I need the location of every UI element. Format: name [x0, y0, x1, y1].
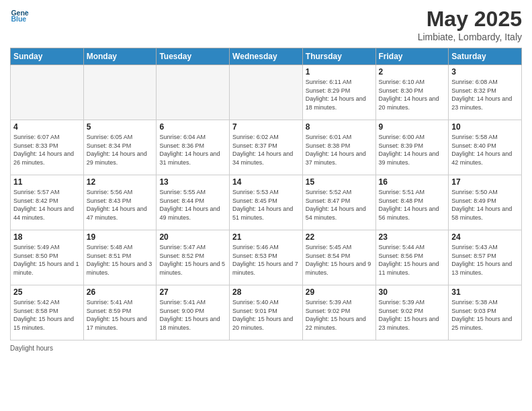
day-number: 12 — [87, 177, 154, 187]
day-info: Sunrise: 6:02 AM Sunset: 8:37 PM Dayligh… — [232, 133, 300, 167]
day-info: Sunrise: 5:47 AM Sunset: 8:52 PM Dayligh… — [159, 243, 226, 277]
calendar-day-cell: 24Sunrise: 5:43 AM Sunset: 8:57 PM Dayli… — [449, 230, 522, 285]
calendar-day-cell: 15Sunrise: 5:52 AM Sunset: 8:47 PM Dayli… — [302, 175, 375, 230]
calendar-day-cell: 3Sunrise: 6:08 AM Sunset: 8:32 PM Daylig… — [449, 65, 522, 120]
day-info: Sunrise: 6:11 AM Sunset: 8:29 PM Dayligh… — [306, 78, 373, 111]
day-number: 19 — [87, 232, 154, 242]
day-number: 7 — [232, 122, 300, 132]
calendar-day-header: Saturday — [449, 48, 522, 65]
day-info: Sunrise: 6:01 AM Sunset: 8:38 PM Dayligh… — [306, 133, 373, 167]
calendar-week-row: 25Sunrise: 5:42 AM Sunset: 8:58 PM Dayli… — [11, 285, 522, 340]
calendar-day-cell: 6Sunrise: 6:04 AM Sunset: 8:36 PM Daylig… — [157, 120, 230, 175]
day-number: 20 — [159, 232, 226, 242]
title-block: May 2025 Limbiate, Lombardy, Italy — [418, 7, 522, 42]
calendar-day-cell: 9Sunrise: 6:00 AM Sunset: 8:39 PM Daylig… — [375, 120, 449, 175]
logo: General Blue — [10, 7, 29, 26]
day-info: Sunrise: 5:45 AM Sunset: 8:54 PM Dayligh… — [306, 243, 373, 277]
calendar-day-header: Tuesday — [157, 48, 230, 65]
day-number: 4 — [13, 122, 81, 132]
calendar-day-cell: 14Sunrise: 5:53 AM Sunset: 8:45 PM Dayli… — [230, 175, 303, 230]
day-number: 10 — [451, 122, 519, 132]
calendar-week-row: 1Sunrise: 6:11 AM Sunset: 8:29 PM Daylig… — [11, 65, 522, 120]
day-number: 18 — [13, 232, 81, 242]
calendar-day-cell — [83, 65, 157, 120]
calendar-day-cell: 19Sunrise: 5:48 AM Sunset: 8:51 PM Dayli… — [83, 230, 157, 285]
day-number: 30 — [379, 287, 446, 297]
calendar-day-cell: 21Sunrise: 5:46 AM Sunset: 8:53 PM Dayli… — [230, 230, 303, 285]
location: Limbiate, Lombardy, Italy — [418, 32, 522, 42]
calendar-day-cell: 31Sunrise: 5:38 AM Sunset: 9:03 PM Dayli… — [449, 285, 522, 340]
day-number: 3 — [451, 67, 519, 77]
calendar-day-cell: 28Sunrise: 5:40 AM Sunset: 9:01 PM Dayli… — [230, 285, 303, 340]
calendar-day-cell: 1Sunrise: 6:11 AM Sunset: 8:29 PM Daylig… — [302, 65, 375, 120]
calendar-day-cell: 29Sunrise: 5:39 AM Sunset: 9:02 PM Dayli… — [302, 285, 375, 340]
calendar-week-row: 11Sunrise: 5:57 AM Sunset: 8:42 PM Dayli… — [11, 175, 522, 230]
month-title: May 2025 — [418, 7, 522, 32]
day-info: Sunrise: 5:41 AM Sunset: 8:59 PM Dayligh… — [87, 298, 154, 332]
calendar-day-cell: 25Sunrise: 5:42 AM Sunset: 8:58 PM Dayli… — [11, 285, 84, 340]
calendar-day-cell: 2Sunrise: 6:10 AM Sunset: 8:30 PM Daylig… — [375, 65, 449, 120]
day-info: Sunrise: 5:44 AM Sunset: 8:56 PM Dayligh… — [379, 243, 446, 277]
calendar-table: SundayMondayTuesdayWednesdayThursdayFrid… — [10, 48, 522, 340]
day-info: Sunrise: 6:04 AM Sunset: 8:36 PM Dayligh… — [159, 133, 226, 167]
day-info: Sunrise: 6:00 AM Sunset: 8:39 PM Dayligh… — [379, 133, 446, 167]
day-info: Sunrise: 6:05 AM Sunset: 8:34 PM Dayligh… — [87, 133, 154, 167]
calendar-day-cell — [157, 65, 230, 120]
day-number: 6 — [159, 122, 226, 132]
calendar-day-cell: 27Sunrise: 5:41 AM Sunset: 9:00 PM Dayli… — [157, 285, 230, 340]
day-number: 22 — [306, 232, 373, 242]
day-number: 2 — [379, 67, 446, 77]
day-info: Sunrise: 6:10 AM Sunset: 8:30 PM Dayligh… — [379, 78, 446, 111]
day-info: Sunrise: 6:07 AM Sunset: 8:33 PM Dayligh… — [13, 133, 81, 167]
calendar-day-header: Monday — [83, 48, 157, 65]
calendar-day-cell: 12Sunrise: 5:56 AM Sunset: 8:43 PM Dayli… — [83, 175, 157, 230]
day-info: Sunrise: 5:49 AM Sunset: 8:50 PM Dayligh… — [13, 243, 81, 277]
day-info: Sunrise: 5:50 AM Sunset: 8:49 PM Dayligh… — [451, 188, 519, 222]
svg-text:Blue: Blue — [11, 15, 26, 23]
calendar-day-cell: 16Sunrise: 5:51 AM Sunset: 8:48 PM Dayli… — [375, 175, 449, 230]
day-info: Sunrise: 5:53 AM Sunset: 8:45 PM Dayligh… — [232, 188, 300, 222]
day-number: 29 — [306, 287, 373, 297]
day-number: 14 — [232, 177, 300, 187]
day-info: Sunrise: 5:55 AM Sunset: 8:44 PM Dayligh… — [159, 188, 226, 222]
calendar-week-row: 4Sunrise: 6:07 AM Sunset: 8:33 PM Daylig… — [11, 120, 522, 175]
calendar-day-cell: 10Sunrise: 5:58 AM Sunset: 8:40 PM Dayli… — [449, 120, 522, 175]
calendar-day-cell: 5Sunrise: 6:05 AM Sunset: 8:34 PM Daylig… — [83, 120, 157, 175]
day-info: Sunrise: 5:56 AM Sunset: 8:43 PM Dayligh… — [87, 188, 154, 222]
day-number: 28 — [232, 287, 300, 297]
calendar-day-cell: 23Sunrise: 5:44 AM Sunset: 8:56 PM Dayli… — [375, 230, 449, 285]
calendar-day-cell: 20Sunrise: 5:47 AM Sunset: 8:52 PM Dayli… — [157, 230, 230, 285]
calendar-header-row: SundayMondayTuesdayWednesdayThursdayFrid… — [11, 48, 522, 65]
day-number: 24 — [451, 232, 519, 242]
calendar-day-cell: 26Sunrise: 5:41 AM Sunset: 8:59 PM Dayli… — [83, 285, 157, 340]
day-info: Sunrise: 5:43 AM Sunset: 8:57 PM Dayligh… — [451, 243, 519, 277]
day-info: Sunrise: 5:41 AM Sunset: 9:00 PM Dayligh… — [159, 298, 226, 332]
calendar-day-cell: 17Sunrise: 5:50 AM Sunset: 8:49 PM Dayli… — [449, 175, 522, 230]
day-number: 26 — [87, 287, 154, 297]
logo-icon: General Blue — [10, 7, 29, 26]
calendar-day-cell: 30Sunrise: 5:39 AM Sunset: 9:02 PM Dayli… — [375, 285, 449, 340]
day-number: 13 — [159, 177, 226, 187]
day-info: Sunrise: 5:52 AM Sunset: 8:47 PM Dayligh… — [306, 188, 373, 222]
day-info: Sunrise: 5:39 AM Sunset: 9:02 PM Dayligh… — [306, 298, 373, 332]
calendar-day-cell: 11Sunrise: 5:57 AM Sunset: 8:42 PM Dayli… — [11, 175, 84, 230]
calendar-day-cell — [11, 65, 84, 120]
day-number: 11 — [13, 177, 81, 187]
calendar-day-header: Wednesday — [230, 48, 303, 65]
day-number: 23 — [379, 232, 446, 242]
day-number: 16 — [379, 177, 446, 187]
day-number: 9 — [379, 122, 446, 132]
day-info: Sunrise: 5:38 AM Sunset: 9:03 PM Dayligh… — [451, 298, 519, 332]
calendar-day-header: Sunday — [11, 48, 84, 65]
calendar-day-cell: 18Sunrise: 5:49 AM Sunset: 8:50 PM Dayli… — [11, 230, 84, 285]
page-header: General Blue May 2025 Limbiate, Lombardy… — [10, 7, 522, 42]
day-info: Sunrise: 5:51 AM Sunset: 8:48 PM Dayligh… — [379, 188, 446, 222]
day-info: Sunrise: 5:42 AM Sunset: 8:58 PM Dayligh… — [13, 298, 81, 332]
day-number: 5 — [87, 122, 154, 132]
calendar-day-header: Friday — [375, 48, 449, 65]
day-number: 21 — [232, 232, 300, 242]
footer-note: Daylight hours — [10, 345, 522, 352]
day-info: Sunrise: 5:48 AM Sunset: 8:51 PM Dayligh… — [87, 243, 154, 277]
day-info: Sunrise: 5:57 AM Sunset: 8:42 PM Dayligh… — [13, 188, 81, 222]
day-number: 15 — [306, 177, 373, 187]
